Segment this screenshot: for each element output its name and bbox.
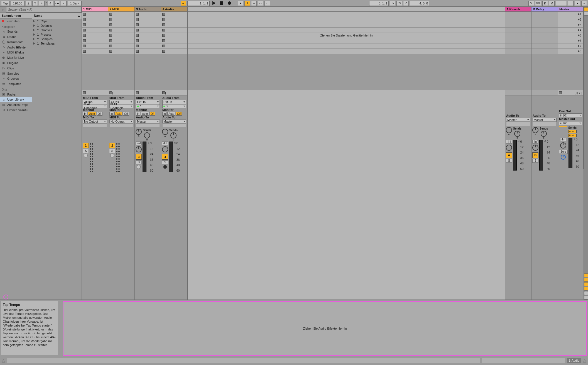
track-activator[interactable]: A: [506, 152, 512, 158]
clip-slot[interactable]: [161, 33, 187, 38]
volume-display[interactable]: -Inf: [136, 142, 142, 145]
solo-button[interactable]: S: [532, 159, 538, 163]
session-record[interactable]: ○: [264, 1, 270, 6]
return-header[interactable]: B Delay: [531, 7, 558, 12]
monitor-auto[interactable]: Auto: [141, 112, 149, 116]
scene-launch-1[interactable]: 1: [558, 12, 583, 17]
view-option-1[interactable]: [584, 12, 588, 16]
returns-section-toggle[interactable]: [584, 282, 588, 286]
return-header[interactable]: A Reverb: [505, 7, 531, 12]
category-instrumente[interactable]: ◯Instrumente: [0, 39, 32, 45]
send-a-knob[interactable]: [136, 129, 142, 135]
arm-button[interactable]: [110, 154, 114, 157]
arm-button[interactable]: [163, 165, 167, 169]
empty-scene-row[interactable]: [188, 49, 505, 54]
monitor-in[interactable]: In: [162, 112, 167, 116]
track-header[interactable]: 4 Audio: [161, 7, 187, 12]
detail-toggle[interactable]: [584, 296, 588, 300]
clip-slot[interactable]: [108, 49, 134, 54]
empty-scene-row[interactable]: [188, 17, 505, 22]
status-triangle-left[interactable]: △: [2, 358, 5, 363]
scene-launch-8[interactable]: 8: [558, 49, 583, 54]
search-field[interactable]: Suchen (Strg + F): [6, 7, 82, 13]
pan-knob[interactable]: [532, 145, 538, 151]
folder-defaults[interactable]: 🗀Defaults: [32, 23, 82, 28]
track-header[interactable]: 1 MIDI: [82, 7, 108, 12]
stop-all-slot[interactable]: |: [108, 90, 134, 96]
send-b-knob[interactable]: [541, 131, 547, 137]
output-select[interactable]: Master: [136, 120, 160, 123]
empty-scene-row[interactable]: [188, 12, 505, 17]
link-icon[interactable]: [3, 295, 8, 300]
disclosure-triangle-icon[interactable]: [33, 25, 35, 27]
post-toggle-b[interactable]: Post: [568, 134, 577, 137]
empty-scene-row[interactable]: [188, 38, 505, 43]
solo-button[interactable]: S: [83, 149, 89, 153]
input-channel-select[interactable]: All Channels: [83, 104, 107, 108]
input-channel-select[interactable]: All Channels: [109, 104, 133, 108]
disclosure-triangle-icon[interactable]: [33, 42, 35, 45]
clip-slot[interactable]: [135, 12, 161, 17]
scene-launch-6[interactable]: 6: [558, 38, 583, 43]
send-b-knob[interactable]: [170, 132, 177, 138]
clip-slot[interactable]: [161, 43, 187, 49]
monitor-auto[interactable]: Auto: [88, 112, 96, 116]
scene-launch-5[interactable]: 5: [558, 33, 583, 38]
punch-out[interactable]: ↗: [403, 1, 409, 6]
empty-scene-row[interactable]: [188, 22, 505, 28]
track-activator[interactable]: 1: [83, 143, 89, 148]
status-field-1[interactable]: [7, 358, 480, 363]
master-pan-knob[interactable]: [560, 142, 566, 149]
category-samples[interactable]: ▤Samples: [0, 71, 32, 76]
punch-in[interactable]: ↘: [390, 1, 395, 6]
clip-slot[interactable]: [108, 22, 134, 28]
input-channel-select[interactable]: 2: [162, 104, 186, 108]
input-type-select[interactable]: Ext. In: [162, 100, 186, 104]
device-drop-zone[interactable]: Ziehen Sie Audio-Effekte hierhin: [63, 301, 587, 356]
mixer-section-toggle[interactable]: [584, 287, 588, 291]
stop-all-clips[interactable]: ▯▯ ▸▯: [558, 90, 583, 96]
place-2[interactable]: ▤Aktuelles Proje: [0, 102, 32, 107]
selected-track-chip[interactable]: 3-Audio: [567, 358, 581, 363]
disclosure-triangle-icon[interactable]: [33, 29, 35, 31]
master-out-select[interactable]: ii 1/2: [559, 121, 582, 125]
disclosure-triangle-icon[interactable]: [33, 38, 35, 40]
arm-button[interactable]: [137, 165, 141, 169]
automation-arm[interactable]: ↯: [244, 1, 250, 6]
track-activator[interactable]: 4: [162, 154, 168, 160]
arm-button[interactable]: [84, 154, 88, 157]
draw-mode[interactable]: ✎: [528, 1, 534, 6]
clip-slot[interactable]: [82, 33, 108, 38]
clip-slot[interactable]: [135, 22, 161, 28]
input-type-select[interactable]: Ext. In: [136, 100, 160, 104]
solo-button[interactable]: S: [506, 159, 512, 163]
io-section-toggle[interactable]: [584, 273, 588, 277]
master-header[interactable]: Master: [558, 7, 583, 12]
master-volume-display[interactable]: -Inf: [560, 138, 566, 141]
clip-slot[interactable]: [135, 38, 161, 43]
place-0[interactable]: ▣Packs: [0, 92, 32, 97]
monitor-off[interactable]: Off: [150, 112, 155, 116]
output-channel-select[interactable]: [83, 124, 107, 128]
clip-slot[interactable]: [135, 33, 161, 38]
pan-knob[interactable]: [162, 146, 168, 152]
category-max for live[interactable]: ◐Max for Live: [0, 55, 32, 60]
scene-launch-4[interactable]: 4: [558, 28, 583, 33]
place-1[interactable]: ⌂User Library: [0, 97, 32, 102]
clip-slot[interactable]: [135, 43, 161, 49]
monitor-auto[interactable]: Auto: [167, 112, 175, 116]
reenable-automation[interactable]: ←: [251, 1, 257, 6]
category-plug-ins[interactable]: ▣Plug-ins: [0, 60, 32, 65]
clip-slot[interactable]: [161, 28, 187, 33]
stop-all-slot[interactable]: |: [135, 90, 161, 96]
status-triangle-right[interactable]: △: [583, 358, 586, 363]
favorites-item[interactable]: Favoriten: [0, 19, 32, 24]
monitor-off[interactable]: Off: [97, 112, 102, 116]
clip-slot[interactable]: [161, 49, 187, 54]
stop-all-slot[interactable]: |: [161, 90, 187, 96]
volume-display[interactable]: -Inf: [506, 140, 512, 143]
clip-slot[interactable]: [82, 22, 108, 28]
clip-slot[interactable]: [161, 22, 187, 28]
browser-preview-play[interactable]: [0, 8, 6, 11]
track-activator[interactable]: 2: [109, 143, 115, 148]
